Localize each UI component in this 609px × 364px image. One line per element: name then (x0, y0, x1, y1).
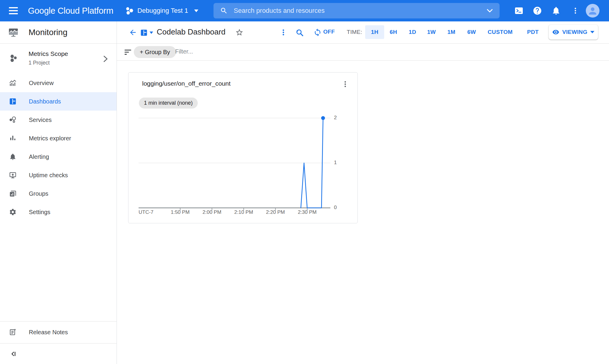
viewing-caret-icon (590, 31, 594, 33)
sidebar-item-settings[interactable]: Settings (0, 203, 117, 221)
time-range-custom[interactable]: CUSTOM (488, 25, 513, 39)
sidebar-item-uptime-checks[interactable]: Uptime checks (0, 166, 117, 184)
x-axis-tick-label: 2:00 PM (203, 209, 221, 215)
chart-title: logging/user/on_off_error_count (142, 80, 230, 87)
sidebar-item-label: Dashboards (29, 98, 61, 105)
monitoring-product-icon (8, 28, 18, 37)
header-kebab-menu-icon[interactable] (572, 6, 579, 15)
settings-gear-icon (9, 208, 17, 216)
chart-kebab-menu-icon[interactable] (341, 80, 349, 88)
time-range-1h[interactable]: 1H (365, 25, 384, 39)
search-placeholder: Search products and resources (234, 7, 486, 15)
sidebar-item-metrics-explorer[interactable]: Metrics explorer (0, 129, 117, 148)
dashboard-type-icon[interactable] (140, 29, 148, 37)
x-axis-tick-label: 1:50 PM (171, 209, 189, 215)
auto-refresh-state[interactable]: OFF (323, 29, 335, 35)
cloud-shell-icon[interactable] (514, 6, 524, 15)
viewing-label: VIEWING (562, 29, 587, 35)
back-arrow-icon[interactable] (129, 28, 137, 37)
search-input[interactable]: Search products and resources (214, 3, 500, 18)
sidebar-product-title: Monitoring (29, 28, 68, 37)
x-axis-tick-label: 2:20 PM (266, 209, 285, 215)
dashboard-switch-caret-icon[interactable] (150, 32, 153, 34)
search-expand-chevron-icon[interactable] (486, 9, 493, 13)
alerting-bell-icon (9, 153, 17, 161)
sidebar-bottom: Release Notes (0, 321, 117, 364)
filter-list-icon[interactable] (124, 48, 132, 56)
release-notes-link[interactable]: Release Notes (0, 321, 117, 343)
zoom-reset-icon[interactable] (295, 28, 304, 37)
notifications-bell-icon[interactable] (551, 6, 561, 15)
sidebar-item-dashboards[interactable]: Dashboards (0, 92, 117, 111)
chevron-right-icon (102, 54, 109, 63)
dashboard-toolbar: Codelab Dashboard OFF TIME: 1H 6H 1D 1W … (117, 21, 609, 44)
sidebar-item-overview[interactable]: Overview (0, 74, 117, 92)
release-notes-icon (9, 328, 17, 337)
time-range-1m[interactable]: 1M (448, 25, 456, 39)
time-range-6h[interactable]: 6H (390, 25, 397, 39)
sidebar: Monitoring Metrics Scope 1 Project Overv… (0, 21, 117, 364)
dashboards-icon (9, 98, 17, 105)
sidebar-item-label: Overview (29, 80, 54, 87)
metrics-scope-title: Metrics Scope (29, 50, 68, 57)
sidebar-item-services[interactable]: Services (0, 111, 117, 129)
dashboard-title: Codelab Dashboard (157, 27, 225, 37)
line-chart (139, 116, 330, 217)
sidebar-item-groups[interactable]: Groups (0, 184, 117, 203)
uptime-checks-icon (9, 171, 17, 179)
sidebar-item-label: Groups (29, 190, 48, 197)
x-axis-tick-label: 2:30 PM (298, 209, 316, 215)
product-header: Monitoring (0, 21, 117, 44)
favorite-star-icon[interactable] (235, 28, 244, 37)
sidebar-item-label: Uptime checks (29, 172, 68, 179)
time-range-label: TIME: (347, 29, 362, 35)
x-axis-timezone-label: UTC-7 (139, 209, 153, 215)
sidebar-item-alerting[interactable]: Alerting (0, 148, 117, 166)
x-axis-tick-label: 2:10 PM (234, 209, 253, 215)
time-range-6w[interactable]: 6W (467, 25, 476, 39)
group-by-chip[interactable]: + Group By (134, 46, 176, 58)
sidebar-nav: Overview Dashboards Services Metrics exp… (0, 74, 117, 221)
latest-point-dot (321, 116, 325, 120)
sidebar-item-label: Metrics explorer (29, 135, 71, 142)
y-axis-label-1: 1 (334, 160, 346, 166)
search-icon (220, 7, 228, 15)
main-content: Codelab Dashboard OFF TIME: 1H 6H 1D 1W … (117, 21, 609, 364)
filter-bar: + Group By Filter... (117, 44, 609, 61)
eye-icon (552, 29, 559, 36)
menu-hamburger-icon[interactable] (9, 6, 19, 15)
filter-input[interactable]: Filter... (175, 48, 193, 55)
toolbar-kebab-menu-icon[interactable] (280, 29, 287, 36)
metrics-scope-hexagons-icon (9, 54, 18, 63)
overview-chart-icon (9, 79, 17, 87)
auto-refresh-icon[interactable] (313, 28, 322, 37)
sidebar-item-label: Alerting (29, 153, 49, 160)
sidebar-item-label: Services (29, 117, 52, 123)
sidebar-collapse-button[interactable] (0, 343, 117, 364)
y-axis-label-0: 0 (334, 205, 346, 211)
metrics-explorer-bars-icon (9, 134, 17, 142)
chevron-down-icon (194, 10, 198, 12)
collapse-sidebar-icon (10, 350, 17, 357)
chart-card: logging/user/on_off_error_count 1 min in… (128, 72, 358, 223)
interval-badge[interactable]: 1 min interval (none) (139, 98, 198, 109)
metrics-scope-subtitle: 1 Project (29, 60, 50, 66)
top-app-bar: Google Cloud Platform Debugging Test 1 S… (0, 0, 609, 21)
groups-icon (9, 190, 17, 197)
time-range-1d[interactable]: 1D (409, 25, 416, 39)
time-range-1w[interactable]: 1W (427, 25, 436, 39)
timezone-button[interactable]: PDT (527, 25, 539, 39)
sidebar-item-label: Settings (29, 209, 50, 216)
project-selector[interactable]: Debugging Test 1 (126, 0, 198, 21)
y-axis-label-2: 2 (334, 115, 346, 121)
viewing-mode-button[interactable]: VIEWING (549, 25, 598, 40)
gcp-logo[interactable]: Google Cloud Platform (28, 0, 113, 21)
project-name: Debugging Test 1 (137, 7, 188, 15)
metrics-scope-selector[interactable]: Metrics Scope 1 Project (0, 44, 117, 74)
help-icon[interactable] (533, 6, 542, 15)
project-hexagons-icon (126, 7, 134, 15)
release-notes-label: Release Notes (29, 329, 68, 336)
account-avatar[interactable] (586, 4, 599, 18)
person-icon (587, 6, 598, 16)
services-icon (9, 116, 17, 124)
